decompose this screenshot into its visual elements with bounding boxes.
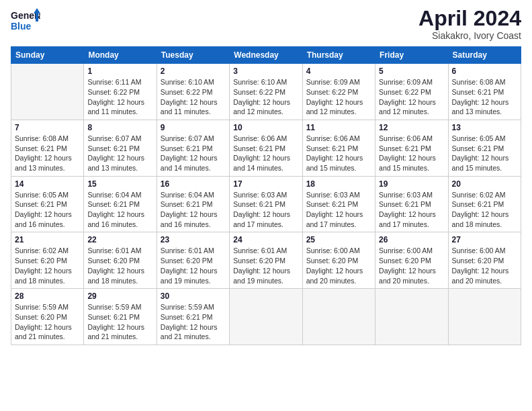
sunrise-text: Sunrise: 6:01 AM: [161, 246, 214, 255]
sunset-text: Sunset: 6:21 PM: [87, 200, 140, 208]
calendar-cell: 29 Sunrise: 5:59 AM Sunset: 6:21 PM Dayl…: [84, 289, 157, 345]
week-row-4: 21 Sunrise: 6:02 AM Sunset: 6:20 PM Dayl…: [11, 232, 521, 289]
daylight-text: Daylight: 12 hours and 12 minutes.: [306, 98, 363, 116]
day-info: Sunrise: 6:04 AM Sunset: 6:21 PM Dayligh…: [87, 190, 152, 230]
day-info: Sunrise: 6:03 AM Sunset: 6:21 PM Dayligh…: [306, 190, 371, 230]
sunset-text: Sunset: 6:22 PM: [233, 88, 285, 96]
day-number: 29: [87, 291, 152, 301]
calendar-cell: [230, 289, 302, 345]
day-number: 23: [161, 235, 226, 244]
calendar-cell: 26 Sunrise: 6:00 AM Sunset: 6:20 PM Dayl…: [375, 232, 448, 289]
sunrise-text: Sunrise: 6:10 AM: [161, 78, 214, 86]
sunrise-text: Sunrise: 6:03 AM: [379, 191, 433, 199]
day-info: Sunrise: 6:03 AM Sunset: 6:21 PM Dayligh…: [379, 190, 444, 230]
calendar-cell: 6 Sunrise: 6:08 AM Sunset: 6:21 PM Dayli…: [448, 64, 521, 120]
calendar-cell: [302, 289, 375, 345]
daylight-text: Daylight: 12 hours and 17 minutes.: [379, 210, 436, 228]
sunset-text: Sunset: 6:21 PM: [87, 313, 140, 321]
calendar-cell: 19 Sunrise: 6:03 AM Sunset: 6:21 PM Dayl…: [375, 176, 448, 232]
day-number: 22: [87, 235, 152, 244]
day-info: Sunrise: 5:59 AM Sunset: 6:20 PM Dayligh…: [15, 302, 80, 342]
calendar-cell: 27 Sunrise: 6:00 AM Sunset: 6:20 PM Dayl…: [448, 232, 521, 289]
daylight-text: Daylight: 12 hours and 19 minutes.: [161, 267, 218, 285]
sunset-text: Sunset: 6:21 PM: [161, 144, 213, 152]
day-number: 9: [161, 123, 226, 132]
calendar-cell: 7 Sunrise: 6:08 AM Sunset: 6:21 PM Dayli…: [11, 120, 84, 176]
day-info: Sunrise: 6:01 AM Sunset: 6:20 PM Dayligh…: [161, 246, 226, 285]
calendar-cell: 8 Sunrise: 6:07 AM Sunset: 6:21 PM Dayli…: [84, 120, 157, 176]
day-number: 11: [306, 123, 371, 132]
header-day-thursday: Thursday: [302, 47, 375, 64]
daylight-text: Daylight: 12 hours and 12 minutes.: [233, 98, 290, 116]
sunrise-text: Sunrise: 6:02 AM: [15, 246, 69, 255]
calendar-cell: 22 Sunrise: 6:01 AM Sunset: 6:20 PM Dayl…: [84, 232, 157, 289]
day-number: 13: [452, 123, 517, 132]
day-info: Sunrise: 6:11 AM Sunset: 6:22 PM Dayligh…: [87, 77, 152, 117]
day-number: 12: [379, 123, 444, 132]
calendar-cell: 11 Sunrise: 6:06 AM Sunset: 6:21 PM Dayl…: [302, 120, 375, 176]
daylight-text: Daylight: 12 hours and 13 minutes.: [452, 98, 509, 116]
day-number: 26: [379, 235, 444, 244]
logo: General Blue: [11, 7, 40, 36]
sunset-text: Sunset: 6:21 PM: [452, 88, 504, 96]
calendar-cell: 12 Sunrise: 6:06 AM Sunset: 6:21 PM Dayl…: [375, 120, 448, 176]
calendar-cell: 16 Sunrise: 6:04 AM Sunset: 6:21 PM Dayl…: [157, 176, 229, 232]
day-number: 2: [161, 66, 226, 76]
calendar-cell: 3 Sunrise: 6:10 AM Sunset: 6:22 PM Dayli…: [230, 64, 302, 120]
sunrise-text: Sunrise: 6:05 AM: [452, 134, 506, 142]
day-number: 7: [15, 123, 80, 132]
calendar-cell: 5 Sunrise: 6:09 AM Sunset: 6:22 PM Dayli…: [375, 64, 448, 120]
calendar-cell: 13 Sunrise: 6:05 AM Sunset: 6:21 PM Dayl…: [448, 120, 521, 176]
day-number: 1: [87, 66, 152, 76]
day-info: Sunrise: 6:01 AM Sunset: 6:20 PM Dayligh…: [233, 246, 298, 285]
day-number: 30: [161, 291, 226, 301]
daylight-text: Daylight: 12 hours and 21 minutes.: [15, 323, 72, 341]
day-info: Sunrise: 6:06 AM Sunset: 6:21 PM Dayligh…: [233, 134, 298, 173]
day-number: 25: [306, 235, 371, 244]
sunset-text: Sunset: 6:20 PM: [233, 257, 285, 265]
day-info: Sunrise: 5:59 AM Sunset: 6:21 PM Dayligh…: [161, 302, 226, 342]
sunrise-text: Sunrise: 6:06 AM: [233, 134, 287, 142]
calendar-cell: 4 Sunrise: 6:09 AM Sunset: 6:22 PM Dayli…: [302, 64, 375, 120]
calendar-cell: 28 Sunrise: 5:59 AM Sunset: 6:20 PM Dayl…: [11, 289, 84, 345]
day-number: 10: [233, 123, 298, 132]
sunrise-text: Sunrise: 5:59 AM: [15, 303, 69, 311]
sunrise-text: Sunrise: 6:04 AM: [161, 191, 214, 199]
calendar-cell: 9 Sunrise: 6:07 AM Sunset: 6:21 PM Dayli…: [157, 120, 229, 176]
calendar-cell: [448, 289, 521, 345]
sunrise-text: Sunrise: 6:00 AM: [306, 246, 360, 255]
day-info: Sunrise: 6:04 AM Sunset: 6:21 PM Dayligh…: [161, 190, 226, 230]
daylight-text: Daylight: 12 hours and 19 minutes.: [233, 267, 290, 285]
header-day-tuesday: Tuesday: [157, 47, 229, 64]
daylight-text: Daylight: 12 hours and 14 minutes.: [233, 154, 290, 172]
day-number: 17: [233, 179, 298, 189]
day-info: Sunrise: 5:59 AM Sunset: 6:21 PM Dayligh…: [87, 302, 152, 342]
calendar-cell: 10 Sunrise: 6:06 AM Sunset: 6:21 PM Dayl…: [230, 120, 302, 176]
daylight-text: Daylight: 12 hours and 11 minutes.: [161, 98, 218, 116]
sunset-text: Sunset: 6:20 PM: [306, 257, 359, 265]
sunset-text: Sunset: 6:21 PM: [379, 200, 431, 208]
day-info: Sunrise: 6:07 AM Sunset: 6:21 PM Dayligh…: [87, 134, 152, 173]
sunrise-text: Sunrise: 6:09 AM: [306, 78, 360, 86]
week-row-5: 28 Sunrise: 5:59 AM Sunset: 6:20 PM Dayl…: [11, 289, 521, 345]
calendar-table: SundayMondayTuesdayWednesdayThursdayFrid…: [11, 46, 521, 345]
sunset-text: Sunset: 6:21 PM: [15, 200, 67, 208]
day-info: Sunrise: 6:00 AM Sunset: 6:20 PM Dayligh…: [306, 246, 371, 285]
day-info: Sunrise: 6:05 AM Sunset: 6:21 PM Dayligh…: [452, 134, 517, 173]
day-info: Sunrise: 6:00 AM Sunset: 6:20 PM Dayligh…: [379, 246, 444, 285]
calendar-cell: [11, 64, 84, 120]
daylight-text: Daylight: 12 hours and 16 minutes.: [15, 210, 72, 228]
week-row-3: 14 Sunrise: 6:05 AM Sunset: 6:21 PM Dayl…: [11, 176, 521, 232]
daylight-text: Daylight: 12 hours and 20 minutes.: [306, 267, 363, 285]
day-number: 27: [452, 235, 517, 244]
daylight-text: Daylight: 12 hours and 12 minutes.: [379, 98, 436, 116]
sunrise-text: Sunrise: 6:06 AM: [379, 134, 433, 142]
calendar-cell: 18 Sunrise: 6:03 AM Sunset: 6:21 PM Dayl…: [302, 176, 375, 232]
day-info: Sunrise: 6:05 AM Sunset: 6:21 PM Dayligh…: [15, 190, 80, 230]
calendar-cell: 30 Sunrise: 5:59 AM Sunset: 6:21 PM Dayl…: [157, 289, 229, 345]
day-info: Sunrise: 6:09 AM Sunset: 6:22 PM Dayligh…: [306, 77, 371, 117]
title-block: April 2024 Siakakro, Ivory Coast: [418, 7, 521, 41]
day-info: Sunrise: 6:07 AM Sunset: 6:21 PM Dayligh…: [161, 134, 226, 173]
daylight-text: Daylight: 12 hours and 20 minutes.: [379, 267, 436, 285]
sunset-text: Sunset: 6:22 PM: [379, 88, 431, 96]
